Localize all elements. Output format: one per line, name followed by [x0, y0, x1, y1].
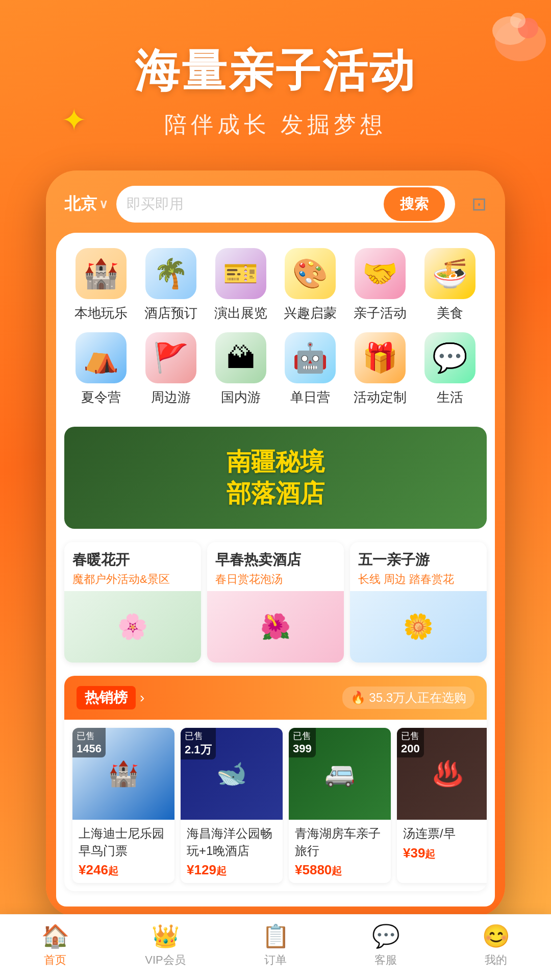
product-sold-badge-3: 已售 200: [397, 728, 424, 757]
product-sold-badge-1: 已售 2.1万: [181, 728, 216, 760]
nav-item-home[interactable]: 🏠 首页: [0, 923, 110, 968]
hot-sales-section: 热销榜 › 🔥 35.3万人正在选购 🏰 已售 1456 上海迪士尼乐园早鸟门票…: [64, 676, 487, 891]
price-suffix-3: 起: [425, 848, 435, 860]
activity-card-title-2: 五一亲子游: [358, 550, 479, 570]
scan-icon[interactable]: ⊡: [471, 193, 487, 215]
search-input-wrap: 即买即用 搜索: [116, 186, 455, 223]
category-icon-interest: 🎨: [285, 248, 336, 299]
search-placeholder: 即买即用: [127, 194, 384, 214]
category-item-life[interactable]: 💬 生活: [415, 332, 485, 406]
category-item-show[interactable]: 🎫 演出展览: [206, 248, 276, 322]
category-label-interest: 兴趣启蒙: [284, 304, 337, 322]
activity-card-image-2: 🌼: [350, 591, 487, 663]
chevron-down-icon: ∨: [99, 197, 108, 211]
nav-icon-profile: 😊: [482, 923, 510, 949]
category-item-hotel[interactable]: 🌴 酒店预订: [136, 248, 206, 322]
product-price-2: ¥5880起: [295, 862, 385, 878]
category-item-parent[interactable]: 🤝 亲子活动: [345, 248, 415, 322]
category-icon-local: 🏰: [76, 248, 127, 299]
activity-card-subtitle-1: 春日赏花泡汤: [215, 572, 336, 587]
hot-sales-count: 35.3万人正在选购: [369, 690, 466, 706]
category-icon-hotel: 🌴: [145, 248, 196, 299]
product-card-1[interactable]: 🐋 已售 2.1万 海昌海洋公园畅玩+1晚酒店 ¥129起: [181, 728, 283, 883]
sold-label-3: 已售: [401, 730, 420, 742]
category-item-camp[interactable]: ⛺ 夏令营: [66, 332, 136, 406]
activity-card-header-2: 五一亲子游 长线 周边 踏春赏花: [350, 542, 487, 591]
nav-item-service[interactable]: 💬 客服: [331, 923, 441, 968]
sold-label-1: 已售: [185, 730, 212, 742]
category-label-daycamp: 单日营: [290, 388, 330, 406]
svg-point-3: [510, 13, 525, 28]
nav-label-vip: VIP会员: [145, 952, 185, 968]
bottom-navigation: 🏠 首页 👑 VIP会员 📋 订单 💬 客服 😊 我的: [0, 914, 551, 980]
hot-badge: 热销榜: [77, 686, 136, 709]
category-icon-show: 🎫: [215, 248, 266, 299]
activity-card-subtitle-0: 魔都户外活动&景区: [72, 572, 193, 587]
activity-card-subtitle-2: 长线 周边 踏春赏花: [358, 572, 479, 587]
category-icon-daycamp: 🤖: [285, 332, 336, 383]
category-item-local[interactable]: 🏰 本地玩乐: [66, 248, 136, 322]
star-decoration: ✦: [61, 102, 87, 138]
content-area: 🏰 本地玩乐 🌴 酒店预订 🎫 演出展览 🎨 兴趣启蒙 🤝 亲子活动 🍜 美食 …: [56, 233, 495, 906]
activity-card-1[interactable]: 早春热卖酒店 春日赏花泡汤 🌺: [207, 542, 344, 663]
category-label-domestic: 国内游: [221, 388, 261, 406]
nav-item-profile[interactable]: 😊 我的: [441, 923, 551, 968]
product-name-3: 汤连票/早: [403, 825, 487, 842]
banner-text: 南疆秘境部落酒店: [227, 446, 324, 510]
nav-item-vip[interactable]: 👑 VIP会员: [110, 923, 220, 968]
activity-card-image-1: 🌺: [207, 591, 344, 663]
sold-num-2: 399: [293, 742, 312, 755]
product-info-2: 青海湖房车亲子旅行 ¥5880起: [289, 820, 391, 883]
sold-num-3: 200: [401, 742, 420, 755]
category-label-life: 生活: [437, 388, 463, 406]
hero-subtitle: 陪伴成长 发掘梦想: [20, 110, 531, 140]
category-icon-parent: 🤝: [355, 248, 406, 299]
category-label-nearby: 周边游: [151, 388, 191, 406]
product-card-3[interactable]: ♨️ 已售 200 汤连票/早 ¥39起: [397, 728, 487, 883]
product-sold-badge-2: 已售 399: [289, 728, 316, 757]
product-info-1: 海昌海洋公园畅玩+1晚酒店 ¥129起: [181, 820, 283, 883]
sold-num-0: 1456: [77, 742, 102, 755]
activity-card-header-0: 春暖花开 魔都户外活动&景区: [64, 542, 201, 591]
activity-card-title-1: 早春热卖酒店: [215, 550, 336, 570]
flame-icon: 🔥: [350, 691, 366, 705]
category-label-food: 美食: [437, 304, 463, 322]
category-item-daycamp[interactable]: 🤖 单日营: [276, 332, 345, 406]
activity-cards-row: 春暖花开 魔都户外活动&景区 🌸 早春热卖酒店 春日赏花泡汤 🌺 五一亲子游 长…: [56, 534, 495, 671]
main-banner[interactable]: 南疆秘境部落酒店: [64, 427, 487, 529]
category-label-hotel: 酒店预订: [144, 304, 197, 322]
category-item-custom[interactable]: 🎁 活动定制: [345, 332, 415, 406]
hero-section: ✦ 海量亲子活动 陪伴成长 发掘梦想: [0, 0, 551, 160]
product-name-0: 上海迪士尼乐园早鸟门票: [79, 825, 168, 859]
category-label-show: 演出展览: [214, 304, 267, 322]
location-button[interactable]: 北京 ∨: [64, 193, 108, 215]
hot-arrow-icon[interactable]: ›: [140, 690, 144, 706]
category-item-interest[interactable]: 🎨 兴趣启蒙: [276, 248, 345, 322]
category-icon-custom: 🎁: [355, 332, 406, 383]
nav-label-home: 首页: [44, 952, 66, 968]
category-label-local: 本地玩乐: [74, 304, 128, 322]
category-row-2: ⛺ 夏令营 🚩 周边游 🏔 国内游 🤖 单日营 🎁 活动定制 💬 生活: [66, 332, 485, 406]
category-label-custom: 活动定制: [354, 388, 407, 406]
category-row-1: 🏰 本地玩乐 🌴 酒店预订 🎫 演出展览 🎨 兴趣启蒙 🤝 亲子活动 🍜 美食: [66, 248, 485, 322]
product-image-3: ♨️ 已售 200: [397, 728, 487, 820]
product-name-1: 海昌海洋公园畅玩+1晚酒店: [187, 825, 277, 859]
hot-sales-title: 热销榜 ›: [77, 686, 144, 709]
nav-item-orders[interactable]: 📋 订单: [220, 923, 331, 968]
nav-icon-service: 💬: [372, 923, 400, 949]
category-item-nearby[interactable]: 🚩 周边游: [136, 332, 206, 406]
product-info-3: 汤连票/早 ¥39起: [397, 820, 487, 866]
product-image-2: 🚐 已售 399: [289, 728, 391, 820]
category-grid: 🏰 本地玩乐 🌴 酒店预订 🎫 演出展览 🎨 兴趣启蒙 🤝 亲子活动 🍜 美食 …: [56, 233, 495, 422]
product-sold-badge-0: 已售 1456: [72, 728, 106, 757]
product-card-2[interactable]: 🚐 已售 399 青海湖房车亲子旅行 ¥5880起: [289, 728, 391, 883]
category-item-food[interactable]: 🍜 美食: [415, 248, 485, 322]
nav-icon-home: 🏠: [41, 923, 69, 949]
search-button[interactable]: 搜索: [384, 187, 445, 221]
product-card-0[interactable]: 🏰 已售 1456 上海迪士尼乐园早鸟门票 ¥246起: [72, 728, 174, 883]
activity-card-2[interactable]: 五一亲子游 长线 周边 踏春赏花 🌼: [350, 542, 487, 663]
activity-card-0[interactable]: 春暖花开 魔都户外活动&景区 🌸: [64, 542, 201, 663]
category-item-domestic[interactable]: 🏔 国内游: [206, 332, 276, 406]
nav-label-profile: 我的: [485, 952, 507, 968]
hot-sales-header: 热销榜 › 🔥 35.3万人正在选购: [64, 676, 487, 720]
